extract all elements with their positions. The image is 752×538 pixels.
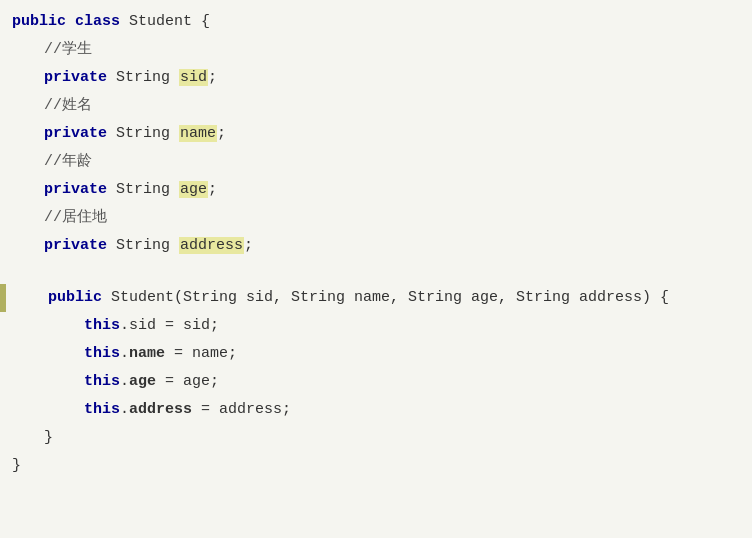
type-string-address: String — [107, 237, 179, 254]
keyword-this-sid: this — [84, 317, 120, 334]
line-this-name: this.name = name; — [0, 340, 752, 368]
line-close-constructor: } — [0, 424, 752, 452]
type-string-age: String — [107, 181, 179, 198]
var-age: age — [179, 181, 208, 198]
brace-close-constructor: } — [44, 429, 53, 446]
line-name: private String name; — [0, 120, 752, 148]
line-comment-name: //姓名 — [0, 92, 752, 120]
keyword-private-sid: private — [44, 69, 107, 86]
field-address: address — [129, 401, 192, 418]
keyword-this-age: this — [84, 373, 120, 390]
line-close-class: } — [0, 452, 752, 480]
field-name: name — [129, 345, 165, 362]
line-comment-address: //居住地 — [0, 204, 752, 232]
comment-student: //学生 — [44, 41, 92, 58]
line-this-age: this.age = age; — [0, 368, 752, 396]
class-name: Student { — [120, 13, 210, 30]
line-sid: private String sid; — [0, 64, 752, 92]
keyword-public-constructor: public — [48, 289, 102, 306]
line-this-address: this.address = address; — [0, 396, 752, 424]
gutter-marker — [0, 284, 6, 312]
code-editor: public class Student { //学生 private Stri… — [0, 0, 752, 538]
semicolon-address: ; — [244, 237, 253, 254]
line-age: private String age; — [0, 176, 752, 204]
line-comment-age: //年龄 — [0, 148, 752, 176]
keyword-private-address: private — [44, 237, 107, 254]
line-constructor: public Student(String sid, String name, … — [0, 284, 752, 312]
var-name: name — [179, 125, 217, 142]
assign-address: = address; — [192, 401, 291, 418]
keyword-private-name: private — [44, 125, 107, 142]
line-comment-sid: //学生 — [0, 36, 752, 64]
assign-age: = age; — [156, 373, 219, 390]
keyword-this-address: this — [84, 401, 120, 418]
dot-age: . — [120, 373, 129, 390]
var-sid: sid — [179, 69, 208, 86]
keyword-private-age: private — [44, 181, 107, 198]
comment-age: //年龄 — [44, 153, 92, 170]
brace-close-class: } — [12, 457, 21, 474]
this-sid-assign: .sid = sid; — [120, 317, 219, 334]
dot-name: . — [120, 345, 129, 362]
type-string-name: String — [107, 125, 179, 142]
assign-name: = name; — [165, 345, 237, 362]
type-string-sid: String — [107, 69, 179, 86]
keyword-class: class — [75, 13, 120, 30]
dot-address: . — [120, 401, 129, 418]
semicolon-age: ; — [208, 181, 217, 198]
semicolon-name: ; — [217, 125, 226, 142]
comment-address: //居住地 — [44, 209, 107, 226]
comment-name: //姓名 — [44, 97, 92, 114]
constructor-sig: Student(String sid, String name, String … — [102, 289, 669, 306]
line-this-sid: this.sid = sid; — [0, 312, 752, 340]
line-blank — [0, 260, 752, 284]
semicolon-sid: ; — [208, 69, 217, 86]
var-address: address — [179, 237, 244, 254]
line-class: public class Student { — [0, 8, 752, 36]
field-age: age — [129, 373, 156, 390]
line-address: private String address; — [0, 232, 752, 260]
keyword-public: public — [12, 13, 66, 30]
keyword-this-name: this — [84, 345, 120, 362]
